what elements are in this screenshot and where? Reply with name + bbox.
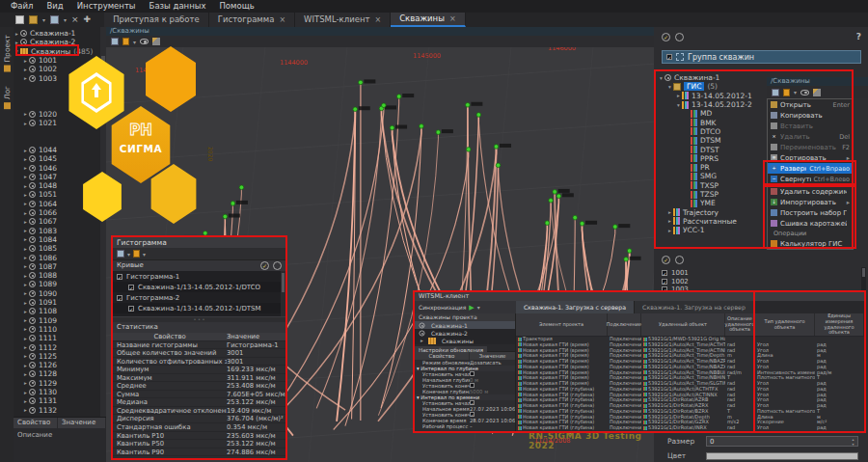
save-dropdown-icon[interactable]: ▾ (64, 13, 67, 27)
chevron-right-icon[interactable]: ▸ (22, 273, 29, 279)
well-head-marker[interactable] (476, 113, 481, 118)
uncheck-all-icon[interactable] (675, 256, 684, 264)
well-head-marker[interactable] (359, 80, 364, 85)
menu-item[interactable]: Копировать (768, 110, 853, 121)
chevron-right-icon[interactable]: ▸ (22, 282, 29, 287)
chevron-right-icon[interactable]: ▸ (22, 407, 29, 413)
spinner-icon[interactable]: ▴▾ (850, 437, 856, 447)
well-head-marker[interactable] (239, 185, 244, 190)
checkbox-checked-icon[interactable]: ✓ (662, 270, 667, 276)
checkbox-checked-icon[interactable]: ✓ (128, 306, 134, 312)
save-view-icon[interactable] (111, 38, 119, 45)
well-head-marker[interactable] (223, 214, 228, 219)
document-tab[interactable]: Скважины× (391, 13, 465, 27)
style-icon[interactable] (152, 38, 160, 45)
export-icon[interactable] (133, 250, 140, 258)
color-swatch[interactable] (706, 452, 858, 460)
setting-value[interactable]: – (470, 423, 515, 429)
menubar-item[interactable]: Помощь (212, 0, 260, 13)
well-head-marker[interactable] (466, 103, 471, 108)
chevron-right-icon[interactable]: ▸ (22, 353, 29, 359)
curves-scrollbar[interactable] (281, 271, 285, 317)
well-head-marker[interactable] (353, 107, 358, 112)
chevron-right-icon[interactable]: ▸ (22, 183, 29, 189)
tree-item-well[interactable]: ▸1128 (14, 369, 99, 378)
tree-item-well[interactable]: ▸1091 (14, 298, 99, 307)
statistics-row[interactable]: Общее количество значений3001 (113, 349, 285, 358)
export-dropdown-icon[interactable]: ▾ (133, 35, 136, 49)
chevron-right-icon[interactable]: ▸ (22, 236, 29, 242)
statistics-row[interactable]: Сумма7.605E+05 мкс/м (113, 391, 285, 399)
style-icon[interactable] (813, 89, 821, 96)
statistics-row[interactable]: Максимум311.911 мкс/м (113, 374, 285, 383)
setting-row[interactable]: Рабочий процесс– (415, 423, 515, 429)
tree-item-well[interactable]: ▸1089 (14, 280, 99, 288)
tree-item-well[interactable]: ▸1130 (14, 388, 99, 396)
well-head-marker[interactable] (396, 95, 401, 99)
tree-item-well[interactable]: ▸Скважина-2 (14, 38, 99, 46)
well-head-marker[interactable] (556, 194, 561, 199)
menubar-item[interactable]: Вид (40, 0, 69, 13)
tree-item-well[interactable]: ▸1064 (14, 200, 99, 208)
curve-tree-item[interactable]: ✓Гистограмма-2 (113, 292, 285, 303)
statistics-row[interactable]: Количество отфильтрованных значений3001 (113, 358, 285, 367)
tree-item-well[interactable]: ▸1003 (14, 73, 99, 82)
menu-item[interactable]: Сшивка каротажей (768, 218, 853, 229)
chevron-right-icon[interactable]: ▸ (22, 192, 29, 198)
chevron-right-icon[interactable]: ▸ (22, 371, 29, 377)
export-dropdown-icon[interactable]: ▾ (794, 85, 797, 99)
statistics-row[interactable]: Квантиль P50253.122 мкс/м (113, 440, 285, 448)
tree-item-well[interactable]: ▸1108 (14, 307, 99, 315)
server-tab[interactable]: Скважина-1. Загрузка с сервера (516, 301, 635, 313)
well-head-marker[interactable] (436, 130, 441, 135)
menu-item[interactable]: Построить набор ГИС (768, 207, 853, 218)
menu-item[interactable]: Калькулятор ГИС (768, 238, 853, 249)
tree-item-well[interactable]: ▸1048 (14, 181, 99, 190)
tree-item-well[interactable]: ▸1046 (14, 163, 99, 172)
menu-item[interactable]: ↓Импортировать▸ (768, 197, 853, 207)
chevron-right-icon[interactable]: ▸ (675, 93, 682, 98)
statistics-row[interactable]: Стандартная ошибка0.354 мкс/м (113, 423, 285, 432)
tree-item-well[interactable]: ▸1047 (14, 173, 99, 181)
visibility-icon[interactable] (800, 90, 809, 95)
chevron-right-icon[interactable]: ▸ (22, 246, 29, 252)
chevron-right-icon[interactable]: ▸ (22, 228, 29, 233)
document-tab[interactable]: WITSML-клиент× (295, 13, 391, 27)
save-icon[interactable] (50, 15, 59, 24)
uncheck-all-icon[interactable] (273, 261, 282, 270)
check-all-icon[interactable]: ✓ (662, 33, 670, 41)
close-tab-icon[interactable]: × (279, 13, 285, 27)
tree-item-well[interactable]: ▸1083 (14, 227, 99, 235)
well-head-marker[interactable] (496, 163, 501, 168)
chevron-right-icon[interactable]: ▸ (22, 390, 29, 395)
curve-tree-item[interactable]: ✓Скважина-1/13-14.05.2012-1/DTSM (113, 303, 285, 313)
well-checkbox-item[interactable]: ✓1001 (662, 269, 854, 278)
menubar-item[interactable]: Базы данных (143, 0, 213, 13)
curve-tree-item[interactable]: ✓Скважина-1/13-14.05.2012-1/DTCO (113, 282, 285, 292)
chevron-right-icon[interactable]: ▸ (22, 201, 29, 206)
chevron-down-icon[interactable]: ▾ (14, 48, 20, 54)
sync-dropdown-icon[interactable]: ▾ (477, 300, 480, 314)
close-icon[interactable]: × (71, 13, 79, 27)
new-file-icon[interactable] (15, 15, 24, 24)
tree-item-well[interactable]: ▸1044 (14, 146, 99, 154)
tree-item-well[interactable]: ▸1066 (14, 208, 99, 217)
chevron-right-icon[interactable]: ▸ (22, 317, 29, 323)
well-head-marker[interactable] (573, 215, 578, 220)
checkbox-checked-icon[interactable]: ✓ (662, 279, 667, 285)
tree-item-well[interactable]: ▸1112 (14, 342, 99, 351)
close-tab-icon[interactable]: × (449, 12, 456, 26)
tree-item-well[interactable]: ▸1020 (14, 110, 99, 119)
chevron-right-icon[interactable]: ▸ (22, 58, 29, 64)
chevron-right-icon[interactable]: ▸ (22, 210, 29, 216)
well-head-marker[interactable] (382, 103, 387, 108)
well-head-marker[interactable] (390, 125, 394, 130)
chevron-right-icon[interactable]: ▸ (22, 290, 29, 296)
checkbox-unchecked-icon[interactable] (470, 383, 475, 388)
menu-item[interactable]: Удалить содержимое (768, 186, 853, 197)
well-head-marker[interactable] (466, 148, 471, 152)
open-dropdown-icon[interactable]: ▾ (42, 13, 45, 27)
server-tab[interactable]: Скважина-1. Загрузка на сервер (635, 301, 754, 313)
project-well-item[interactable]: Скважина-2 (415, 329, 515, 337)
chevron-right-icon[interactable]: ▸ (22, 121, 29, 126)
